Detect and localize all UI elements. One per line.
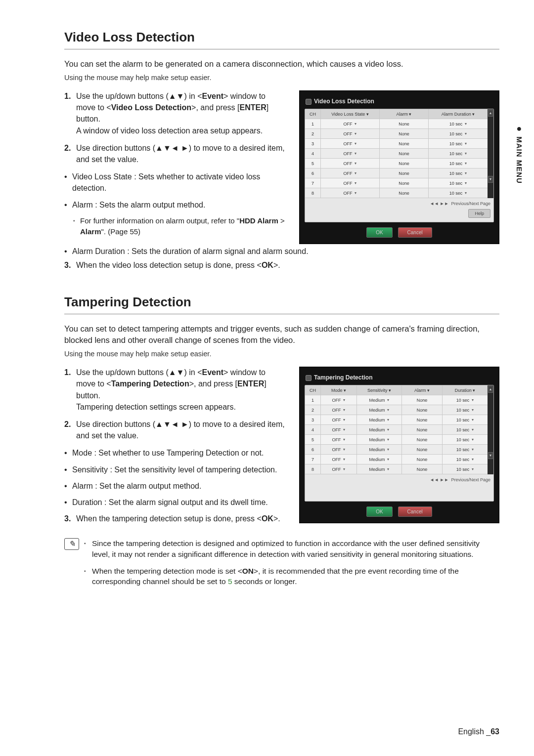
cell-sens[interactable]: Medium bbox=[357, 435, 402, 444]
cell-duration[interactable]: 10 sec bbox=[443, 464, 488, 474]
scroll-up-icon[interactable]: ▲ bbox=[488, 110, 493, 117]
vld-subnote: ▪ For further information on alarm outpu… bbox=[73, 215, 287, 237]
cell-sens[interactable]: Medium bbox=[357, 405, 402, 415]
cell-duration[interactable]: 10 sec bbox=[443, 435, 488, 444]
vld-intro: You can set the alarm to be generated on… bbox=[64, 58, 499, 70]
cell-alarm[interactable]: None bbox=[402, 395, 443, 405]
cell-state[interactable]: OFF bbox=[321, 139, 380, 148]
cell-mode[interactable]: OFF bbox=[321, 435, 357, 444]
notes-block: ✎ ▪ Since the tampering detection is des… bbox=[64, 538, 499, 587]
cell-duration[interactable]: 10 sec bbox=[443, 425, 488, 434]
cell-alarm[interactable]: None bbox=[402, 445, 443, 454]
cell-mode[interactable]: OFF bbox=[321, 445, 357, 454]
cell-alarm[interactable]: None bbox=[402, 415, 443, 424]
cell-sens[interactable]: Medium bbox=[357, 445, 402, 454]
cancel-button[interactable]: Cancel bbox=[398, 506, 432, 517]
cell-mode[interactable]: OFF bbox=[321, 464, 357, 474]
col-duration[interactable]: Duration ▾ bbox=[443, 385, 488, 395]
col-ch: CH bbox=[305, 385, 321, 395]
cell-state[interactable]: OFF bbox=[321, 159, 380, 168]
step-body: Use direction buttons (▲▼◄ ►) to move to… bbox=[76, 142, 287, 165]
scrollbar[interactable]: ▲ ▼ bbox=[488, 109, 493, 198]
cell-duration[interactable]: 10 sec bbox=[429, 129, 488, 138]
cell-alarm[interactable]: None bbox=[402, 425, 443, 434]
cell-duration[interactable]: 10 sec bbox=[443, 445, 488, 454]
cell-alarm[interactable]: None bbox=[402, 464, 443, 474]
step-number: 1. bbox=[64, 90, 76, 136]
cell-mode[interactable]: OFF bbox=[321, 425, 357, 434]
cell-duration[interactable]: 10 sec bbox=[429, 178, 488, 188]
cell-mode[interactable]: OFF bbox=[321, 395, 357, 405]
cell-alarm[interactable]: None bbox=[380, 149, 429, 158]
cell-alarm[interactable]: None bbox=[380, 168, 429, 178]
cell-state[interactable]: OFF bbox=[321, 178, 380, 188]
cell-duration[interactable]: 10 sec bbox=[429, 168, 488, 178]
cell-sens[interactable]: Medium bbox=[357, 425, 402, 434]
cell-duration[interactable]: 10 sec bbox=[443, 415, 488, 424]
td-step-1: 1. Use the up/down buttons (▲▼) in <Even… bbox=[64, 367, 287, 413]
cell-state[interactable]: OFF bbox=[321, 188, 380, 198]
scroll-up-icon[interactable]: ▲ bbox=[488, 386, 493, 393]
cell-alarm[interactable]: None bbox=[380, 188, 429, 198]
cell-alarm[interactable]: None bbox=[380, 159, 429, 168]
cell-alarm[interactable]: None bbox=[380, 178, 429, 188]
td-step-2: 2. Use direction buttons (▲▼◄ ►) to move… bbox=[64, 419, 287, 441]
cell-state[interactable]: OFF bbox=[321, 149, 380, 158]
cell-duration[interactable]: 10 sec bbox=[429, 159, 488, 168]
col-state[interactable]: Video Loss State ▾ bbox=[321, 109, 380, 119]
vld-pager[interactable]: ◄◄ ►► Previous/Next Page bbox=[305, 198, 493, 207]
table-row: 6OFFMediumNone10 sec bbox=[305, 445, 488, 455]
col-sens[interactable]: Sensitivity ▾ bbox=[357, 385, 402, 395]
scrollbar[interactable]: ▲ ▼ bbox=[488, 385, 493, 474]
cell-duration[interactable]: 10 sec bbox=[429, 188, 488, 198]
cell-mode[interactable]: OFF bbox=[321, 405, 357, 415]
col-mode[interactable]: Mode ▾ bbox=[321, 385, 357, 395]
cell-sens[interactable]: Medium bbox=[357, 395, 402, 405]
cancel-button[interactable]: Cancel bbox=[398, 227, 432, 238]
cell-sens[interactable]: Medium bbox=[357, 415, 402, 424]
cell-alarm[interactable]: None bbox=[380, 119, 429, 128]
camera-icon bbox=[306, 99, 312, 105]
vld-dialog-title: Video Loss Detection bbox=[305, 96, 494, 109]
table-row: 3OFFMediumNone10 sec bbox=[305, 415, 488, 425]
col-alarm[interactable]: Alarm ▾ bbox=[402, 385, 443, 395]
cell-sens[interactable]: Medium bbox=[357, 464, 402, 474]
cell-duration[interactable]: 10 sec bbox=[443, 395, 488, 405]
td-dialog-buttons: OK Cancel bbox=[305, 502, 494, 517]
cell-duration[interactable]: 10 sec bbox=[443, 455, 488, 464]
cell-ch: 8 bbox=[305, 188, 321, 198]
cell-mode[interactable]: OFF bbox=[321, 455, 357, 464]
cell-duration[interactable]: 10 sec bbox=[443, 405, 488, 415]
cell-ch: 1 bbox=[305, 119, 321, 128]
td-pager[interactable]: ◄◄ ►► Previous/Next Page bbox=[305, 474, 493, 483]
cell-alarm[interactable]: None bbox=[402, 455, 443, 464]
cell-ch: 3 bbox=[305, 139, 321, 148]
cell-mode[interactable]: OFF bbox=[321, 415, 357, 424]
note-2: ▪ When the tempering detection mode is s… bbox=[64, 566, 499, 587]
cell-state[interactable]: OFF bbox=[321, 168, 380, 178]
col-duration[interactable]: Alarm Duration ▾ bbox=[429, 109, 488, 119]
page-footer: English _63 bbox=[458, 727, 499, 736]
cell-duration[interactable]: 10 sec bbox=[429, 119, 488, 128]
td-dialog: Tampering Detection CH Mode ▾ Sensitivit… bbox=[299, 367, 499, 523]
ok-button[interactable]: OK bbox=[366, 506, 392, 517]
cell-alarm[interactable]: None bbox=[402, 435, 443, 444]
scroll-down-icon[interactable]: ▼ bbox=[488, 452, 493, 459]
help-button[interactable]: Help bbox=[468, 209, 490, 218]
vld-bullet-2: •Alarm : Sets the alarm output method. bbox=[64, 199, 287, 210]
cell-duration[interactable]: 10 sec bbox=[429, 139, 488, 148]
ok-button[interactable]: OK bbox=[366, 227, 392, 238]
col-alarm[interactable]: Alarm ▾ bbox=[380, 109, 429, 119]
scroll-down-icon[interactable]: ▼ bbox=[488, 176, 493, 183]
cell-sens[interactable]: Medium bbox=[357, 455, 402, 464]
footer-lang: English bbox=[458, 727, 486, 736]
cell-alarm[interactable]: None bbox=[380, 129, 429, 138]
step-number: 1. bbox=[64, 367, 76, 413]
cell-state[interactable]: OFF bbox=[321, 119, 380, 128]
table-row: 2OFFNone10 sec bbox=[305, 129, 488, 139]
cell-duration[interactable]: 10 sec bbox=[429, 149, 488, 158]
cell-alarm[interactable]: None bbox=[380, 139, 429, 148]
table-row: 4OFFNone10 sec bbox=[305, 149, 488, 159]
cell-alarm[interactable]: None bbox=[402, 405, 443, 415]
cell-state[interactable]: OFF bbox=[321, 129, 380, 138]
